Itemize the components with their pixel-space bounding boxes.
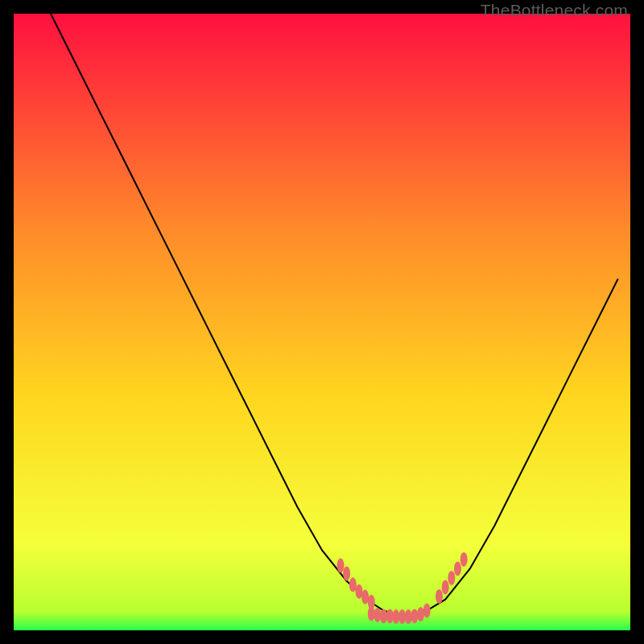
dot-marker <box>405 609 412 624</box>
dot-marker <box>460 552 468 567</box>
dot-marker <box>436 589 443 604</box>
dot-marker <box>380 609 387 623</box>
dot-marker <box>368 606 375 621</box>
dot-marker <box>361 590 369 605</box>
dot-marker <box>374 608 381 622</box>
watermark-text: TheBottleneck.com <box>481 1 628 20</box>
dot-marker <box>343 567 350 581</box>
dot-marker <box>411 609 418 623</box>
chart-frame <box>14 14 630 630</box>
dot-marker <box>423 604 431 618</box>
chart-svg <box>14 14 630 630</box>
dot-marker <box>349 577 357 592</box>
dot-marker <box>392 609 399 624</box>
dot-marker <box>454 561 461 576</box>
dot-marker <box>448 571 455 585</box>
gradient-background <box>14 14 630 630</box>
dot-marker <box>417 607 424 621</box>
dot-marker <box>442 580 449 594</box>
dot-marker <box>337 559 345 573</box>
